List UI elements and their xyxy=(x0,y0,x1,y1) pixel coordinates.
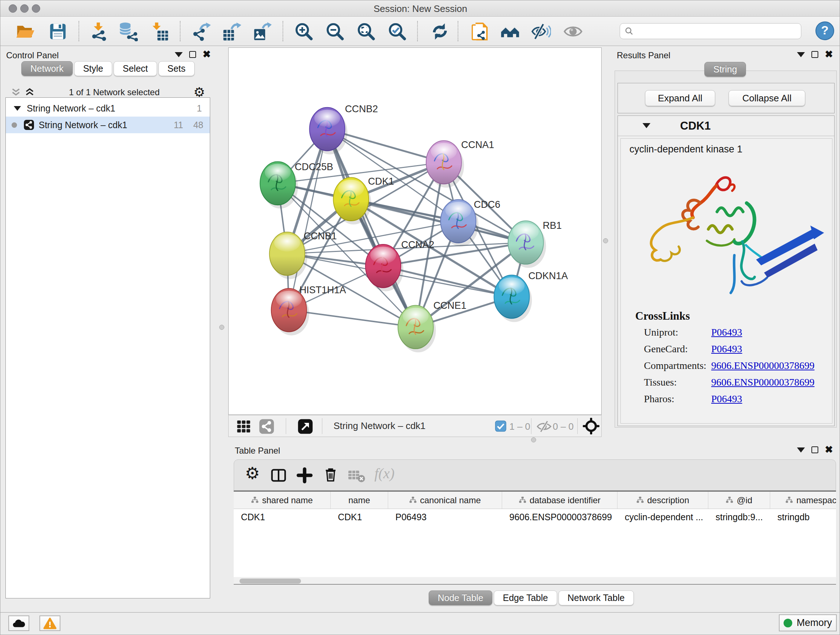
close-panel-icon[interactable]: ✖ xyxy=(825,447,833,453)
bottom-splitter-handle[interactable] xyxy=(531,437,536,442)
export-image-button[interactable] xyxy=(252,22,272,41)
horizontal-scrollbar-track[interactable] xyxy=(234,577,836,585)
network-node-CCNE1[interactable]: CCNE1 xyxy=(398,300,466,353)
close-panel-icon[interactable]: ✖ xyxy=(825,51,833,58)
network-graph[interactable]: CCNB2CCNA1CDC25BCDK1CDC6RB1CCNB1CCNA2CDK… xyxy=(229,48,601,415)
float-panel-icon[interactable] xyxy=(812,447,818,453)
protein-section-header[interactable]: CDK1 xyxy=(618,116,834,136)
function-builder-icon[interactable]: f(x) xyxy=(374,465,395,482)
collapse-all-button[interactable]: Collapse All xyxy=(729,90,805,106)
search-input[interactable] xyxy=(620,23,801,39)
collapse-panel-icon[interactable] xyxy=(175,52,183,57)
network-edge[interactable] xyxy=(289,129,327,310)
column-header-namespace[interactable]: namespace xyxy=(770,492,836,509)
zoom-fit-icon xyxy=(356,22,376,41)
tab-string[interactable]: String xyxy=(704,62,746,77)
network-node-CCNA1[interactable]: CCNA1 xyxy=(426,139,494,187)
column-header-name[interactable]: name xyxy=(331,492,388,509)
status-bar: Memory xyxy=(0,612,840,635)
column-header--id[interactable]: @id xyxy=(708,492,770,509)
right-splitter-handle[interactable] xyxy=(603,238,608,243)
table-options-gear-icon[interactable]: ⚙ xyxy=(245,465,260,481)
crosslink-compartments-link[interactable]: 9606.ENSP00000378699 xyxy=(711,360,814,371)
delete-column-trash-icon[interactable] xyxy=(322,466,339,483)
network-node-CDKN1A[interactable]: CDKN1A xyxy=(494,271,568,322)
network-node-CDC25B[interactable]: CDC25B xyxy=(260,162,333,209)
string-import-button[interactable] xyxy=(471,22,490,41)
crosslink-tissues-link[interactable]: 9606.ENSP00000378699 xyxy=(711,377,814,388)
close-panel-icon[interactable]: ✖ xyxy=(202,51,211,58)
selected-checkbox[interactable] xyxy=(495,420,507,432)
import-table-file-button[interactable] xyxy=(150,22,170,41)
zoom-out-button[interactable] xyxy=(325,22,345,41)
zoom-fit-button[interactable] xyxy=(356,22,376,41)
network-node-RB1[interactable]: RB1 xyxy=(508,220,561,268)
network-options-gear-icon[interactable]: ⚙ xyxy=(194,86,205,99)
crosslink-uniprot-link[interactable]: P06493 xyxy=(711,326,742,338)
apply-layout-button[interactable] xyxy=(430,22,450,41)
network-node-CCNB2[interactable]: CCNB2 xyxy=(309,103,378,155)
table-row[interactable]: CDK1CDK1P064939606.ENSP00000378699cyclin… xyxy=(234,509,836,525)
zoom-in-button[interactable] xyxy=(294,22,314,41)
network-node-HIST1H1A[interactable]: HIST1H1A xyxy=(271,285,346,336)
window-title: Session: New Session xyxy=(0,3,840,14)
tab-style[interactable]: Style xyxy=(74,61,112,76)
network-row-selected[interactable]: String Network – cdk1 11 48 xyxy=(6,117,210,133)
float-panel-icon[interactable] xyxy=(189,51,196,58)
grid-view-button[interactable] xyxy=(236,418,252,434)
tab-edge-table[interactable]: Edge Table xyxy=(494,591,557,605)
tab-network[interactable]: Network xyxy=(21,61,73,76)
column-header-database-identifier[interactable]: database identifier xyxy=(502,492,617,509)
hidden-items-button[interactable] xyxy=(536,418,552,434)
help-button[interactable]: ? xyxy=(815,21,835,41)
import-network-file-button[interactable] xyxy=(89,22,109,41)
show-columns-icon[interactable] xyxy=(270,467,287,484)
network-canvas[interactable]: CCNB2CCNA1CDC25BCDK1CDC6RB1CCNB1CCNA2CDK… xyxy=(228,48,602,415)
column-header-shared-name[interactable]: shared name xyxy=(234,492,331,509)
main-toolbar: ? xyxy=(0,17,840,46)
network-node-CDK1[interactable]: CDK1 xyxy=(333,176,394,225)
node-table[interactable]: shared namenamecanonical namedatabase id… xyxy=(234,491,836,585)
collapse-panel-icon[interactable] xyxy=(797,52,805,57)
expand-all-icon[interactable] xyxy=(24,87,35,98)
tab-select[interactable]: Select xyxy=(114,61,156,76)
search-field[interactable] xyxy=(634,26,797,36)
show-graphics-button[interactable] xyxy=(563,22,583,41)
expand-all-button[interactable]: Expand All xyxy=(645,90,715,106)
open-session-button[interactable] xyxy=(16,22,35,41)
collapse-all-icon[interactable] xyxy=(11,87,21,98)
left-splitter-handle[interactable] xyxy=(219,325,224,330)
import-network-database-button[interactable] xyxy=(118,22,138,41)
network-edge[interactable] xyxy=(327,129,416,327)
create-column-icon[interactable] xyxy=(296,467,313,484)
delete-table-icon[interactable] xyxy=(347,469,366,483)
zoom-selected-button[interactable] xyxy=(387,22,407,41)
tab-node-table[interactable]: Node Table xyxy=(429,591,493,605)
section-collapse-icon[interactable] xyxy=(643,123,651,128)
warning-status-button[interactable] xyxy=(39,616,60,631)
network-node-CCNB1[interactable]: CCNB1 xyxy=(270,231,337,279)
birdseye-toggle-button[interactable] xyxy=(583,417,600,435)
memory-status-button[interactable]: Memory xyxy=(779,614,837,631)
network-edges xyxy=(278,129,526,327)
horizontal-scrollbar-thumb[interactable] xyxy=(240,578,301,584)
crosslink-pharos-link[interactable]: P06493 xyxy=(711,393,742,405)
tree-expand-icon[interactable] xyxy=(14,106,21,111)
export-table-button[interactable] xyxy=(222,22,241,41)
string-view-button[interactable] xyxy=(259,418,275,434)
crosslink-genecard-link[interactable]: P06493 xyxy=(711,343,742,355)
column-header-description[interactable]: description xyxy=(617,492,708,509)
collapse-panel-icon[interactable] xyxy=(797,448,805,453)
tab-network-table[interactable]: Network Table xyxy=(559,591,634,605)
home-networks-button[interactable] xyxy=(500,22,520,41)
hide-unhide-button[interactable] xyxy=(531,22,551,41)
eye-icon xyxy=(563,22,583,41)
save-session-button[interactable] xyxy=(48,22,68,41)
export-network-button[interactable] xyxy=(192,22,212,41)
cloud-status-button[interactable] xyxy=(8,616,29,631)
detach-view-button[interactable] xyxy=(297,418,313,434)
column-header-canonical-name[interactable]: canonical name xyxy=(388,492,502,509)
network-collection-row[interactable]: String Network – cdk1 1 xyxy=(6,100,210,117)
float-panel-icon[interactable] xyxy=(812,51,818,58)
tab-sets[interactable]: Sets xyxy=(158,61,195,76)
